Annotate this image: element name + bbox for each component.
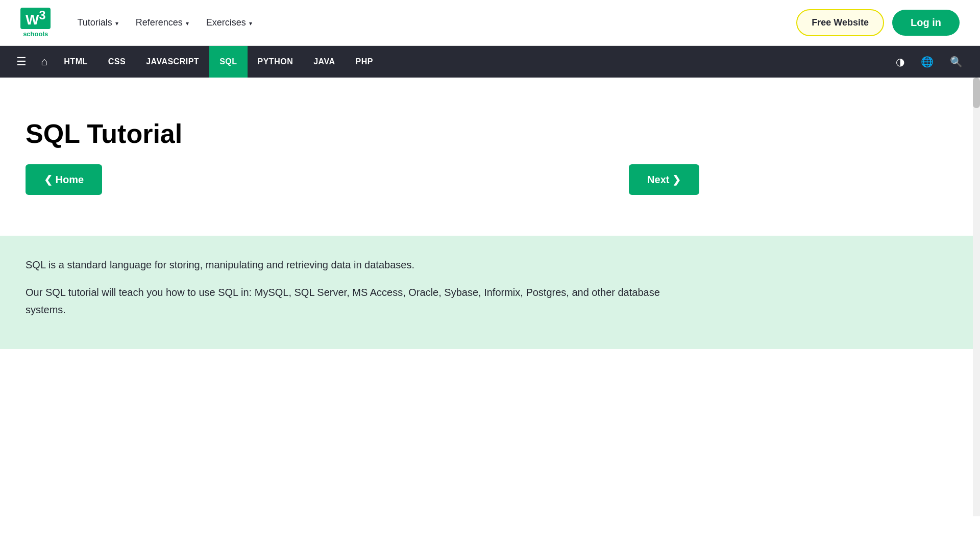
secondary-nav-links: HTML CSS JAVASCRIPT SQL PYTHON JAVA PHP: [54, 46, 889, 78]
search-icon: 🔍: [950, 56, 963, 68]
logo-w3: W3: [20, 8, 51, 29]
info-line-2: Our SQL tutorial will teach you how to u…: [26, 284, 699, 318]
nav-buttons: ❮ Home Next ❯: [26, 164, 699, 195]
info-box: SQL is a standard language for storing, …: [0, 236, 980, 349]
scrollbar[interactable]: [973, 78, 980, 349]
hamburger-icon: ☰: [16, 55, 27, 68]
home-icon: ⌂: [41, 55, 47, 68]
nav-css[interactable]: CSS: [98, 46, 136, 78]
secondary-navbar: ☰ ⌂ HTML CSS JAVASCRIPT SQL PYTHON JAVA …: [0, 46, 980, 78]
nav-php[interactable]: PHP: [346, 46, 383, 78]
nav-tutorials[interactable]: Tutorials ▾: [71, 13, 124, 32]
nav-references[interactable]: References ▾: [130, 13, 195, 32]
nav-html[interactable]: HTML: [54, 46, 97, 78]
logo[interactable]: W3 schools: [20, 8, 51, 38]
nav-references-label: References: [136, 17, 183, 28]
top-navbar: W3 schools Tutorials ▾ References ▾ Exer…: [0, 0, 980, 46]
login-button[interactable]: Log in: [892, 10, 960, 36]
secondary-nav-left: ☰ ⌂: [10, 51, 54, 72]
nav-python-label: PYTHON: [258, 57, 293, 66]
nav-exercises[interactable]: Exercises ▾: [200, 13, 258, 32]
nav-java[interactable]: JAVA: [303, 46, 345, 78]
nav-tutorials-label: Tutorials: [77, 17, 112, 28]
nav-javascript[interactable]: JAVASCRIPT: [136, 46, 209, 78]
info-line-1: SQL is a standard language for storing, …: [26, 256, 699, 273]
logo-schools: schools: [23, 30, 48, 38]
language-button[interactable]: 🌐: [914, 52, 941, 72]
theme-toggle-button[interactable]: ◑: [889, 52, 912, 72]
globe-icon: 🌐: [921, 56, 934, 68]
top-nav-actions: Free Website Log in: [796, 9, 960, 36]
nav-python[interactable]: PYTHON: [248, 46, 304, 78]
chevron-down-icon: ▾: [186, 20, 189, 27]
next-button[interactable]: Next ❯: [629, 164, 699, 195]
nav-sql-label: SQL: [219, 57, 237, 66]
nav-exercises-label: Exercises: [206, 17, 246, 28]
nav-css-label: CSS: [108, 57, 126, 66]
nav-html-label: HTML: [64, 57, 87, 66]
main-content: SQL Tutorial ❮ Home Next ❯: [0, 78, 725, 236]
contrast-icon: ◑: [896, 56, 904, 68]
home-button[interactable]: ❮ Home: [26, 164, 102, 195]
nav-php-label: PHP: [356, 57, 373, 66]
home-icon-button[interactable]: ⌂: [35, 51, 54, 72]
page-title: SQL Tutorial: [26, 118, 699, 149]
chevron-down-icon: ▾: [115, 20, 118, 27]
hamburger-button[interactable]: ☰: [10, 51, 33, 72]
scrollbar-thumb[interactable]: [973, 78, 980, 108]
nav-sql[interactable]: SQL: [209, 46, 247, 78]
search-button[interactable]: 🔍: [943, 52, 970, 72]
chevron-down-icon: ▾: [249, 20, 252, 27]
nav-java-label: JAVA: [313, 57, 335, 66]
secondary-nav-right: ◑ 🌐 🔍: [889, 52, 970, 72]
nav-javascript-label: JAVASCRIPT: [146, 57, 199, 66]
top-nav-links: Tutorials ▾ References ▾ Exercises ▾: [71, 13, 796, 32]
free-website-button[interactable]: Free Website: [796, 9, 884, 36]
